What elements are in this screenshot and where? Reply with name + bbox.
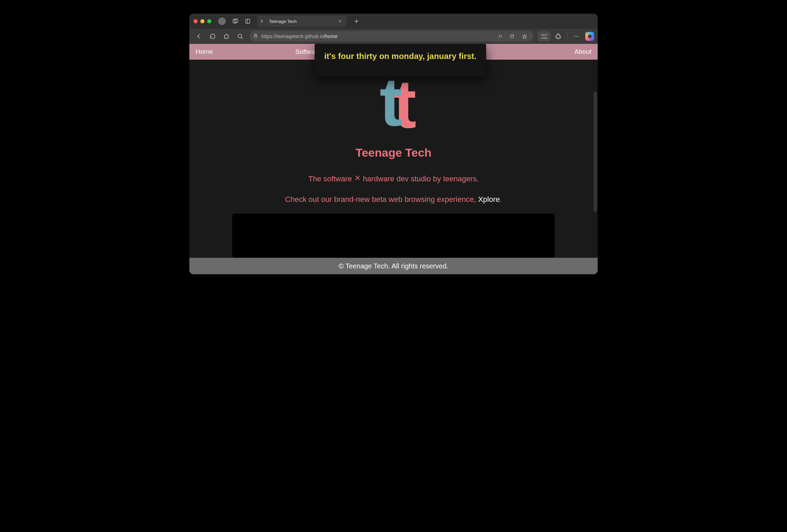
window-minimize-button[interactable] — [200, 19, 204, 23]
brand-title: Teenage Tech — [355, 146, 432, 159]
address-text: https://teenagetech.github.io/home — [261, 34, 338, 39]
home-button[interactable] — [220, 31, 233, 42]
page-content: tt Teenage Tech The software hardware de… — [189, 60, 598, 258]
browser-toolbar: https://teenagetech.github.io/home word … — [189, 29, 598, 44]
browser-window: tt Teenage Tech htt — [189, 14, 598, 274]
page-footer: © Teenage Tech. All rights reserved. — [189, 258, 598, 274]
window-close-button[interactable] — [193, 19, 198, 23]
svg-point-17 — [578, 36, 578, 37]
favorite-star-icon[interactable] — [519, 32, 530, 41]
svg-marker-14 — [522, 35, 527, 38]
site-logo: tt — [379, 75, 407, 133]
tab-title: Teenage Tech — [269, 19, 334, 24]
hero-embed — [232, 214, 555, 258]
lock-icon — [253, 33, 258, 39]
tab-close-button[interactable] — [337, 18, 343, 24]
titlebar: tt Teenage Tech — [189, 14, 598, 29]
window-controls — [193, 19, 211, 23]
x-icon — [354, 174, 361, 183]
window-fullscreen-button[interactable] — [207, 19, 211, 23]
scrollbar-thumb[interactable] — [594, 92, 597, 212]
extensions-icon[interactable] — [552, 31, 564, 42]
xplore-link[interactable]: Xplore — [478, 195, 500, 204]
wordclock-extension-button[interactable]: word clock — [538, 31, 551, 41]
page-viewport: Home Software About tt Teenage Tech The … — [189, 44, 598, 274]
collections-add-icon[interactable] — [507, 32, 518, 41]
tagline: The software hardware dev studio by teen… — [308, 174, 479, 183]
svg-line-9 — [241, 37, 243, 39]
tab-favicon: tt — [261, 19, 266, 24]
toolbar-divider — [567, 32, 567, 40]
nav-about[interactable]: About — [574, 48, 591, 56]
cta-line: Check out our brand-new beta web browsin… — [285, 195, 502, 204]
svg-rect-11 — [510, 35, 513, 38]
svg-point-8 — [238, 34, 242, 38]
search-button[interactable] — [234, 31, 246, 42]
back-button[interactable] — [193, 31, 205, 42]
address-bar[interactable]: https://teenagetech.github.io/home — [250, 31, 533, 42]
svg-rect-10 — [254, 35, 257, 37]
wordclock-tooltip: it's four thirty on monday, january firs… — [315, 44, 486, 77]
vertical-tabs-icon[interactable] — [243, 16, 252, 26]
new-tab-button[interactable] — [351, 16, 362, 26]
svg-point-15 — [574, 36, 575, 37]
browser-tab[interactable]: tt Teenage Tech — [257, 15, 346, 27]
workspaces-icon[interactable] — [231, 16, 240, 26]
refresh-button[interactable] — [207, 31, 219, 42]
svg-rect-2 — [246, 19, 250, 23]
settings-more-icon[interactable] — [570, 31, 583, 42]
read-aloud-icon[interactable] — [494, 32, 505, 41]
wordclock-extension-label: word clock — [541, 33, 547, 39]
profile-avatar[interactable] — [218, 17, 226, 25]
nav-home[interactable]: Home — [196, 48, 213, 56]
svg-point-16 — [576, 36, 577, 37]
copilot-icon[interactable] — [585, 32, 594, 41]
